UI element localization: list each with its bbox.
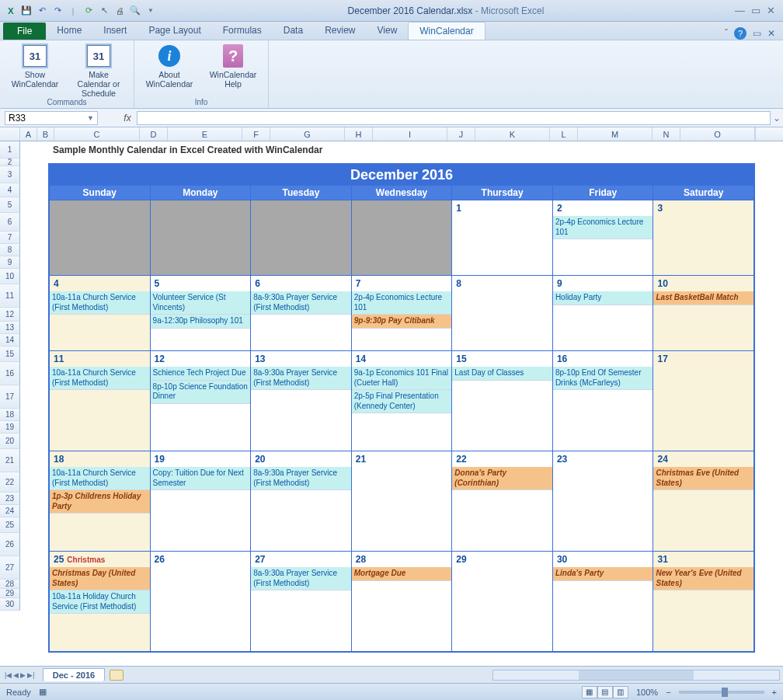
calendar-event[interactable]: 9a-12:30p Philosophy 101 — [151, 315, 251, 329]
tab-insert[interactable]: Insert — [92, 22, 137, 40]
col-header-E[interactable]: E — [168, 127, 242, 141]
window-close2-icon[interactable]: ✕ — [767, 28, 775, 39]
day-cell-9[interactable]: 9Holiday Party — [553, 276, 654, 350]
tab-page-layout[interactable]: Page Layout — [137, 22, 211, 40]
col-header-N[interactable]: N — [652, 127, 680, 141]
tab-wincalendar[interactable]: WinCalendar — [408, 22, 485, 40]
day-cell-5[interactable]: 5Volunteer Service (St Vincents)9a-12:30… — [151, 276, 252, 350]
sheet-tab-active[interactable]: Dec - 2016 — [43, 668, 105, 681]
col-header-I[interactable]: I — [373, 127, 447, 141]
day-cell-17[interactable]: 17 — [653, 351, 753, 451]
row-header-28[interactable]: 28 — [0, 580, 20, 589]
sheet-prev-icon[interactable]: ◀ — [13, 671, 19, 679]
row-header-26[interactable]: 26 — [0, 533, 20, 556]
day-cell-14[interactable]: 149a-1p Economics 101 Final (Cueter Hall… — [352, 351, 453, 451]
row-header-8[interactable]: 8 — [0, 244, 20, 256]
day-cell-8[interactable]: 8 — [452, 276, 553, 350]
calendar-event[interactable]: New Year's Eve (United States) — [653, 567, 753, 590]
day-cell-31[interactable]: 31New Year's Eve (United States) — [653, 552, 753, 651]
tab-view[interactable]: View — [367, 22, 409, 40]
day-cell-7[interactable]: 72p-4p Economics Lecture 1019p-9:30p Pay… — [352, 276, 453, 350]
calendar-event[interactable]: Volunteer Service (St Vincents) — [151, 291, 251, 315]
minimize-icon[interactable]: — — [735, 5, 745, 16]
calendar-event[interactable]: Copy: Tuition Due for Next Semester — [151, 467, 251, 490]
row-header-11[interactable]: 11 — [0, 284, 20, 308]
day-cell-13[interactable]: 138a-9:30a Prayer Service (First Methodi… — [251, 351, 352, 451]
calendar-event[interactable]: 8p-10p Science Foundation Dinner — [151, 381, 251, 404]
tab-home[interactable]: Home — [46, 22, 92, 40]
calendar-event[interactable]: 9a-1p Economics 101 Final (Cueter Hall) — [352, 367, 452, 390]
col-header-M[interactable]: M — [578, 127, 652, 141]
calendar-event[interactable]: 1p-3p Childrens Holiday Party — [50, 490, 150, 514]
col-header-H[interactable]: H — [345, 127, 373, 141]
row-header-3[interactable]: 3 — [0, 166, 20, 183]
row-header-10[interactable]: 10 — [0, 269, 20, 284]
day-cell-16[interactable]: 168p-10p End Of Semester Drinks (McFarle… — [553, 351, 654, 451]
calendar-event[interactable]: 8a-9:30a Prayer Service (First Methodist… — [251, 367, 351, 390]
row-header-6[interactable]: 6 — [0, 213, 20, 232]
col-header-C[interactable]: C — [54, 127, 140, 141]
calendar-event[interactable]: Last BasketBall Match — [653, 291, 753, 305]
row-header-14[interactable]: 14 — [0, 334, 20, 347]
row-header-4[interactable]: 4 — [0, 183, 20, 197]
row-header-29[interactable]: 29 — [0, 589, 20, 598]
row-header-17[interactable]: 17 — [0, 385, 20, 409]
day-cell-21[interactable]: 21 — [352, 451, 453, 551]
print-icon[interactable]: 🖨 — [113, 5, 126, 17]
tab-formulas[interactable]: Formulas — [212, 22, 273, 40]
normal-view-icon[interactable]: ▦ — [582, 686, 597, 698]
day-cell-23[interactable]: 23 — [553, 451, 654, 551]
sheet-first-icon[interactable]: |◀ — [5, 671, 12, 679]
col-header-K[interactable]: K — [475, 127, 550, 141]
row-header-2[interactable]: 2 — [0, 158, 20, 166]
row-header-22[interactable]: 22 — [0, 472, 20, 493]
fx-icon[interactable]: fx — [118, 113, 137, 124]
day-cell-10[interactable]: 10Last BasketBall Match — [653, 276, 753, 350]
save-icon[interactable]: 💾 — [20, 5, 33, 17]
day-cell-inactive[interactable] — [352, 200, 453, 275]
day-cell-inactive[interactable] — [251, 200, 352, 275]
select-all-corner[interactable] — [0, 127, 20, 141]
row-header-19[interactable]: 19 — [0, 421, 20, 434]
undo-icon[interactable]: ↶ — [36, 5, 48, 17]
day-cell-3[interactable]: 3 — [653, 200, 753, 275]
day-cell-18[interactable]: 1810a-11a Church Service (First Methodis… — [50, 451, 151, 551]
row-header-21[interactable]: 21 — [0, 449, 20, 472]
row-header-16[interactable]: 16 — [0, 362, 20, 385]
row-header-27[interactable]: 27 — [0, 556, 20, 580]
row-header-7[interactable]: 7 — [0, 232, 20, 244]
calendar-event[interactable]: 10a-11a Church Service (First Methodist) — [50, 367, 150, 390]
tab-review[interactable]: Review — [314, 22, 366, 40]
ribbon-btn-wincalendar-help[interactable]: ?WinCalendar Help — [206, 44, 260, 98]
page-break-view-icon[interactable]: ▥ — [613, 686, 628, 698]
day-cell-4[interactable]: 410a-11a Church Service (First Methodist… — [50, 276, 151, 350]
day-cell-29[interactable]: 29 — [452, 552, 553, 651]
row-header-12[interactable]: 12 — [0, 308, 20, 322]
qat-dropdown-icon[interactable]: ▼ — [144, 5, 157, 17]
col-header-A[interactable]: A — [20, 127, 37, 141]
col-header-F[interactable]: F — [242, 127, 270, 141]
day-cell-inactive[interactable] — [151, 200, 252, 275]
horizontal-scrollbar[interactable] — [124, 670, 783, 681]
calendar-event[interactable]: 8a-9:30a Prayer Service (First Methodist… — [251, 291, 351, 315]
calendar-event[interactable]: Holiday Party — [553, 291, 653, 305]
zoom-slider[interactable] — [679, 691, 764, 694]
window-restore-icon[interactable]: ▭ — [753, 28, 761, 39]
calendar-event[interactable]: Last Day of Classes — [452, 367, 552, 381]
day-cell-11[interactable]: 1110a-11a Church Service (First Methodis… — [50, 351, 151, 451]
calendar-event[interactable]: 2p-5p Final Presentation (Kennedy Center… — [352, 390, 452, 413]
row-header-15[interactable]: 15 — [0, 347, 20, 362]
row-header-9[interactable]: 9 — [0, 256, 20, 269]
maximize-icon[interactable]: ▭ — [751, 5, 760, 16]
zoom-out-icon[interactable]: − — [666, 688, 670, 697]
calendar-event[interactable]: 2p-4p Economics Lecture 101 — [553, 216, 653, 239]
page-layout-view-icon[interactable]: ▤ — [597, 686, 613, 698]
row-header-18[interactable]: 18 — [0, 409, 20, 421]
day-cell-30[interactable]: 30Linda's Party — [553, 552, 654, 651]
day-cell-22[interactable]: 22Donna's Party (Corinthian) — [452, 451, 553, 551]
ribbon-btn-make-calendar-or-schedule[interactable]: 31Make Calendar or Schedule — [71, 44, 126, 98]
row-header-24[interactable]: 24 — [0, 505, 20, 517]
calendar-event[interactable]: 2p-4p Economics Lecture 101 — [352, 291, 452, 315]
calendar-event[interactable]: 8p-10p End Of Semester Drinks (McFarleys… — [553, 367, 653, 390]
sheet-last-icon[interactable]: ▶| — [27, 671, 34, 679]
